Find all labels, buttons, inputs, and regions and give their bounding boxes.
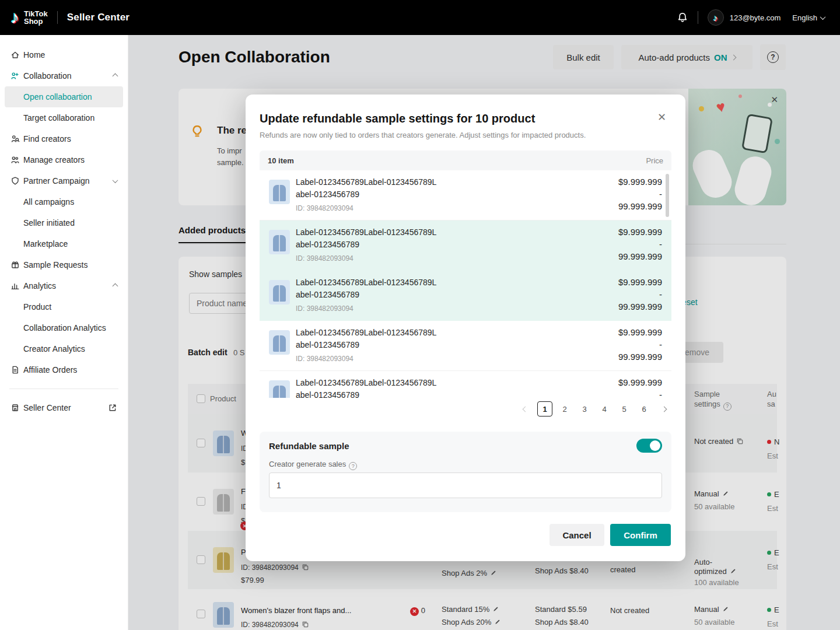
sidebar-item-label: Sample Requests bbox=[23, 260, 88, 270]
sidebar-item-label: Collaboration Analytics bbox=[23, 323, 106, 332]
sidebar-item-label: Seller initiated bbox=[23, 218, 75, 228]
modal-product-list[interactable]: Label-0123456789Label-0123456789Label-01… bbox=[260, 170, 671, 398]
product-id: ID: 398482093094 bbox=[296, 204, 354, 212]
modal-subtitle: Refunds are now only tied to orders that… bbox=[260, 131, 586, 139]
topbar-divider bbox=[57, 11, 58, 24]
pagination-page-4[interactable]: 4 bbox=[597, 401, 612, 416]
product-thumbnail bbox=[269, 330, 290, 355]
product-name: Label-0123456789Label-0123456789Label-01… bbox=[296, 377, 439, 398]
cancel-button[interactable]: Cancel bbox=[550, 524, 604, 546]
product-row[interactable]: Label-0123456789Label-0123456789Label-01… bbox=[260, 220, 671, 271]
sidebar-item-all-campaigns[interactable]: All campaigns bbox=[0, 191, 128, 212]
modal-title: Update refundable sample settings for 10… bbox=[260, 112, 535, 125]
sidebar-item-find-creators[interactable]: Find creators bbox=[0, 128, 128, 149]
pagination-next-icon[interactable] bbox=[656, 401, 671, 416]
sidebar-item-sample-requests[interactable]: Sample Requests bbox=[0, 254, 128, 275]
shield-icon bbox=[10, 176, 20, 186]
product-row[interactable]: Label-0123456789Label-0123456789Label-01… bbox=[260, 371, 671, 398]
topbar: ♪ TikTok Shop Seller Center ♪ 123@byte.c… bbox=[0, 0, 840, 35]
account-email: 123@byte.com bbox=[730, 13, 781, 22]
sidebar-item-partner-campaign[interactable]: Partner Campaign bbox=[0, 170, 128, 191]
sidebar-item-label: Home bbox=[23, 50, 45, 60]
sidebar-item-label: Open collaboartion bbox=[23, 92, 92, 102]
sidebar-item-home[interactable]: Home bbox=[0, 44, 128, 65]
product-id: ID: 398482093094 bbox=[296, 254, 354, 262]
people-icon bbox=[10, 155, 20, 164]
product-id: ID: 398482093094 bbox=[296, 355, 354, 363]
scrollbar[interactable] bbox=[666, 174, 669, 217]
brand-line2: Shop bbox=[24, 18, 48, 25]
sidebar-item-affiliate-orders[interactable]: Affiliate Orders bbox=[0, 359, 128, 380]
document-icon bbox=[10, 365, 20, 374]
pagination-page-2[interactable]: 2 bbox=[557, 401, 572, 416]
creator-generate-sales-field[interactable] bbox=[269, 473, 662, 498]
product-thumbnail bbox=[269, 280, 290, 304]
chevron-down-icon bbox=[113, 177, 118, 183]
sidebar-item-marketplace[interactable]: Marketplace bbox=[0, 233, 128, 254]
pagination-prev-icon[interactable] bbox=[517, 401, 533, 416]
product-price: $9.999.999 - 99.999.999 bbox=[618, 326, 662, 363]
sidebar-item-label: Product bbox=[23, 302, 51, 312]
refundable-sample-toggle[interactable] bbox=[636, 439, 662, 453]
sidebar-item-open-collaboration[interactable]: Open collaboartion bbox=[5, 86, 123, 107]
product-name: Label-0123456789Label-0123456789Label-01… bbox=[296, 226, 439, 251]
pagination-page-6[interactable]: 6 bbox=[636, 401, 652, 416]
account-avatar[interactable]: ♪ bbox=[708, 9, 724, 26]
cancel-label: Cancel bbox=[562, 530, 591, 540]
sidebar-item-manage-creators[interactable]: Manage creators bbox=[0, 149, 128, 170]
product-price: $9.999.999 - 99.999.999 bbox=[618, 376, 662, 398]
help-icon[interactable]: ? bbox=[349, 462, 357, 470]
chevron-down-icon bbox=[820, 14, 826, 20]
sidebar-item-seller-initiated[interactable]: Seller initiated bbox=[0, 212, 128, 233]
sidebar-item-label: Collaboration bbox=[23, 71, 72, 80]
product-price: $9.999.999 - 99.999.999 bbox=[618, 276, 662, 313]
update-refundable-sample-modal: Update refundable sample settings for 10… bbox=[246, 94, 685, 561]
collaboration-icon bbox=[10, 71, 20, 80]
product-row[interactable]: Label-0123456789Label-0123456789Label-01… bbox=[260, 271, 671, 321]
product-row[interactable]: Label-0123456789Label-0123456789Label-01… bbox=[260, 170, 671, 220]
sidebar-item-creator-analytics[interactable]: Creator Analytics bbox=[0, 338, 128, 359]
refundable-sample-section: Refundable sample Creator generate sales… bbox=[260, 432, 671, 512]
chevron-up-icon bbox=[113, 283, 118, 289]
sidebar-item-label: Analytics bbox=[23, 281, 56, 290]
sidebar-item-label: Seller Center bbox=[23, 403, 71, 412]
price-column-label: Price bbox=[646, 156, 663, 165]
product-thumbnail bbox=[269, 230, 290, 254]
product-price: $9.999.999 - 99.999.999 bbox=[618, 176, 662, 212]
confirm-label: Confirm bbox=[624, 530, 657, 540]
app-title: Seller Center bbox=[67, 12, 130, 23]
creator-generate-sales-input[interactable] bbox=[270, 473, 662, 498]
sidebar-item-collaboration-analytics[interactable]: Collaboration Analytics bbox=[0, 317, 128, 338]
pagination-page-3[interactable]: 3 bbox=[577, 401, 592, 416]
confirm-button[interactable]: Confirm bbox=[610, 524, 671, 546]
creator-generate-sales-label: Creator generate sales? bbox=[269, 460, 357, 470]
product-id: ID: 398482093094 bbox=[296, 304, 354, 313]
refundable-sample-label: Refundable sample bbox=[269, 441, 349, 451]
storefront-icon bbox=[10, 403, 20, 412]
sidebar-item-label: All campaigns bbox=[23, 197, 74, 206]
language-selector[interactable]: English bbox=[792, 13, 825, 22]
external-link-icon bbox=[108, 403, 117, 412]
gift-icon bbox=[10, 260, 20, 270]
pagination-page-1[interactable]: 1 bbox=[537, 401, 552, 416]
sidebar-item-collaboration[interactable]: Collaboration bbox=[0, 65, 128, 86]
sidebar-item-analytics[interactable]: Analytics bbox=[0, 275, 128, 296]
person-search-icon bbox=[10, 134, 20, 144]
product-row[interactable]: Label-0123456789Label-0123456789Label-01… bbox=[260, 321, 671, 371]
tiktok-logo-icon: ♪ bbox=[10, 9, 19, 26]
sidebar-item-product[interactable]: Product bbox=[0, 296, 128, 317]
sidebar-item-label: Affiliate Orders bbox=[23, 365, 77, 374]
sidebar-item-label: Creator Analytics bbox=[23, 344, 85, 354]
pagination-page-5[interactable]: 5 bbox=[617, 401, 632, 416]
sidebar: Home Collaboration Open collaboartion Ta… bbox=[0, 35, 128, 630]
brand-logo[interactable]: TikTok Shop bbox=[24, 10, 48, 25]
sidebar-item-label: Target collaboration bbox=[23, 113, 94, 123]
notifications-bell-icon[interactable] bbox=[677, 12, 688, 23]
sidebar-item-target-collaboration[interactable]: Target collaboration bbox=[0, 107, 128, 128]
sidebar-item-seller-center[interactable]: Seller Center bbox=[0, 397, 128, 418]
close-icon[interactable]: ✕ bbox=[657, 111, 666, 124]
product-thumbnail bbox=[269, 180, 290, 204]
sidebar-divider bbox=[9, 388, 118, 389]
product-name: Label-0123456789Label-0123456789Label-01… bbox=[296, 327, 439, 351]
product-name: Label-0123456789Label-0123456789Label-01… bbox=[296, 176, 439, 201]
